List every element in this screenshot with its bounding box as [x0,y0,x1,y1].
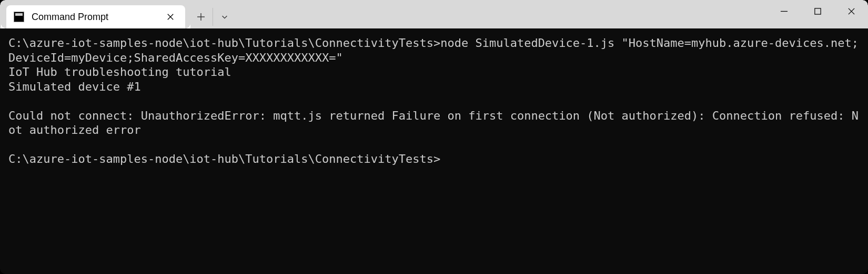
plus-icon [197,13,205,21]
minimize-button[interactable] [767,0,801,22]
terminal-line: C:\azure-iot-samples-node\iot-hub\Tutori… [8,152,440,165]
close-icon [847,7,855,15]
chevron-down-icon [221,13,228,21]
terminal-line: C:\azure-iot-samples-node\iot-hub\Tutori… [8,36,859,64]
minimize-icon [780,7,788,15]
cmd-icon [14,12,24,22]
title-bar: Command Prompt [0,0,868,28]
tab-close-button[interactable] [163,9,178,24]
title-bar-drag-area[interactable] [236,0,767,28]
terminal-line: Simulated device #1 [8,80,141,93]
new-tab-button[interactable] [189,5,213,28]
tab-dropdown-button[interactable] [213,8,236,26]
terminal-area[interactable]: C:\azure-iot-samples-node\iot-hub\Tutori… [0,28,868,274]
terminal-line: Could not connect: UnauthorizedError: mq… [8,109,859,137]
svg-rect-5 [814,8,820,14]
tab-command-prompt[interactable]: Command Prompt [6,5,185,28]
terminal-line: IoT Hub troubleshooting tutorial [8,65,231,79]
close-window-button[interactable] [834,0,868,22]
terminal-output: C:\azure-iot-samples-node\iot-hub\Tutori… [8,36,860,167]
maximize-icon [814,7,822,15]
maximize-button[interactable] [801,0,834,22]
tab-area: Command Prompt [0,0,236,28]
close-icon [167,13,174,21]
window-controls [767,0,868,28]
tab-title: Command Prompt [32,12,156,23]
